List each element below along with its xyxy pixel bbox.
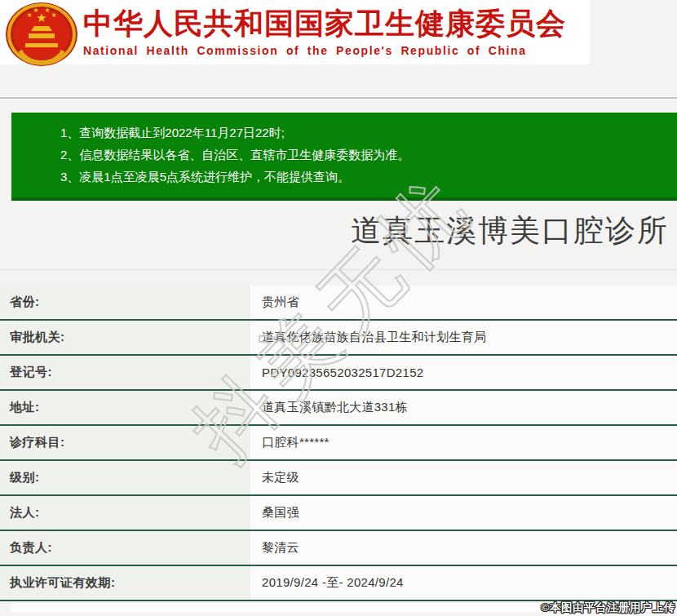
- table-row-registration-number: 登记号: PDY09235652032517D2152: [0, 356, 677, 391]
- national-emblem-icon: ★ ★ ★ ★ ★: [4, 2, 79, 67]
- notice-line-2: 2、信息数据结果以各省、自治区、直辖市卫生健康委数据为准。: [60, 144, 669, 166]
- page: ★ ★ ★ ★ ★ 中华人民共和国国家卫生健康委员会 National Heal…: [0, 0, 677, 616]
- table-row-medical-subjects: 诊疗科目: 口腔科******: [0, 426, 677, 461]
- field-label: 省份:: [0, 286, 250, 319]
- svg-text:★: ★: [33, 7, 38, 14]
- table-row-approval-authority: 审批机关: 道真仡佬族苗族自治县卫生和计划生育局: [0, 321, 677, 356]
- field-label: 审批机关:: [0, 321, 250, 354]
- field-label: 负责人:: [0, 531, 250, 565]
- table-row-address: 地址: 道真玉溪镇黔北大道331栋: [0, 391, 677, 426]
- svg-text:★: ★: [26, 11, 32, 19]
- result-table: 省份: 贵州省 审批机关: 道真仡佬族苗族自治县卫生和计划生育局 登记号: PD…: [0, 286, 677, 601]
- field-value: 桑国强: [250, 496, 677, 530]
- upload-credit-text: ©本图由平台注册用户上传: [542, 600, 675, 615]
- field-value: 道真玉溪镇黔北大道331栋: [250, 391, 677, 424]
- field-label: 地址:: [0, 391, 250, 424]
- svg-text:★: ★: [51, 11, 56, 19]
- table-row-person-in-charge: 负责人: 黎清云: [0, 531, 677, 566]
- field-label: 执业许可证有效期:: [0, 566, 250, 600]
- field-label: 法人:: [0, 496, 250, 530]
- table-row-province: 省份: 贵州省: [0, 286, 677, 321]
- field-value: 2019/9/24 -至- 2024/9/24: [250, 566, 677, 600]
- header-title-en: National Health Commission of the People…: [83, 42, 589, 59]
- table-row-legal-person: 法人: 桑国强: [0, 496, 677, 531]
- field-value: 口腔科******: [250, 426, 677, 459]
- clinic-name-title: 道真玉溪博美口腔诊所: [351, 211, 669, 251]
- notice-box: 1、查询数据截止到2022年11月27日22时; 2、信息数据结果以各省、自治区…: [11, 113, 677, 201]
- field-label: 诊疗科目:: [0, 426, 250, 459]
- notice-line-1: 1、查询数据截止到2022年11月27日22时;: [60, 122, 669, 144]
- table-row-license-validity: 执业许可证有效期: 2019/9/24 -至- 2024/9/24: [0, 566, 677, 601]
- table-row-level: 级别: 未定级: [0, 461, 677, 496]
- header-titles: 中华人民共和国国家卫生健康委员会 National Health Commiss…: [83, 7, 589, 59]
- field-label: 登记号:: [0, 356, 250, 389]
- field-label: 级别:: [0, 461, 250, 494]
- header-divider: [0, 97, 677, 99]
- field-value: PDY09235652032517D2152: [250, 356, 677, 389]
- field-value: 贵州省: [250, 286, 677, 319]
- field-value: 未定级: [250, 461, 677, 494]
- svg-text:★: ★: [44, 7, 50, 14]
- field-value: 黎清云: [250, 531, 677, 565]
- notice-line-3: 3、凌晨1点至凌晨5点系统进行维护，不能提供查询。: [60, 166, 669, 188]
- field-value: 道真仡佬族苗族自治县卫生和计划生育局: [250, 321, 677, 354]
- table-top-divider: [0, 269, 677, 270]
- header-banner: ★ ★ ★ ★ ★ 中华人民共和国国家卫生健康委员会 National Heal…: [0, 0, 590, 64]
- header-title-cn: 中华人民共和国国家卫生健康委员会: [83, 7, 589, 41]
